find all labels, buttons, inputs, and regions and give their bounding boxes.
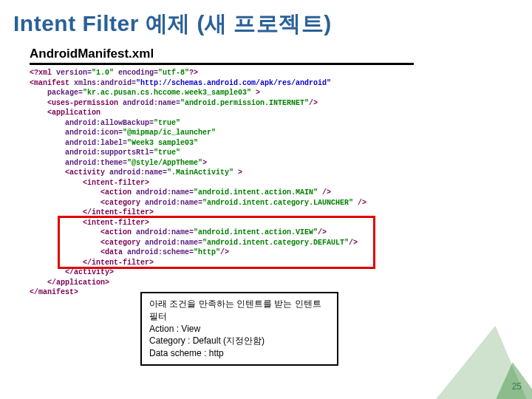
code-tok: <intent-filter> [30, 179, 149, 187]
annotation-line: Action : View [149, 323, 330, 335]
code-tok: <action [30, 188, 136, 197]
slide-title: Intent Filter 예제 (새 프로젝트) [0, 0, 532, 42]
slide: Intent Filter 예제 (새 프로젝트) AndroidManifes… [0, 0, 532, 399]
code-tok: android:icon= [30, 129, 123, 137]
code-tok: android:allowBackup= [30, 119, 154, 127]
code-tok: <application [30, 109, 100, 117]
annotation-line: Data scheme : http [149, 347, 330, 360]
code-tok: </application> [30, 279, 109, 287]
code-tok: <manifest [30, 79, 74, 87]
code-tok: "android.intent.action.MAIN" [194, 188, 318, 197]
code-tok: "android.intent.category.LAUNCHER" [202, 199, 353, 207]
code-tok: "@mipmap/ic_launcher" [123, 129, 216, 137]
code-tok: "@style/AppTheme" [127, 159, 202, 167]
code-tok: android:name= [136, 188, 194, 197]
code-tok: version= [52, 69, 92, 77]
code-tok: <?xml [30, 69, 52, 77]
code-tok: <uses-permission [30, 99, 123, 107]
code-tok: android:name= [145, 199, 202, 207]
code-tok: ?> [189, 69, 198, 77]
code-tok: "android.permission.INTERNET" [180, 99, 309, 107]
code-tok: <activity [30, 168, 109, 177]
code-tok: > [251, 89, 260, 97]
annotation-line: 아래 조건을 만족하는 인텐트를 받는 인텐트 필터 [149, 298, 330, 323]
highlight-box [58, 216, 375, 269]
code-tok: package= [30, 89, 83, 97]
code-tok: "kr.ac.pusan.cs.hccome.week3_sample03" [83, 89, 251, 97]
code-tok: </manifest> [30, 288, 78, 296]
code-tok: <category [30, 199, 145, 207]
code-tok: encoding= [114, 69, 158, 77]
annotation-box: 아래 조건을 만족하는 인텐트를 받는 인텐트 필터 Action : View… [140, 292, 338, 366]
code-tok: android:name= [123, 99, 180, 107]
code-tok: /> [353, 199, 366, 207]
slide-subtitle: AndroidManifest.xml [30, 47, 414, 65]
annotation-line: Category : Default (지정안함) [149, 335, 330, 347]
code-tok: xmlns:android= [74, 79, 136, 87]
code-tok: > [202, 159, 207, 167]
code-tok: "1.0" [92, 69, 114, 77]
code-tok: /> [309, 99, 318, 107]
code-tok: /> [318, 188, 331, 197]
code-tok: ".MainActivity" [167, 168, 233, 177]
code-tok: "true" [154, 149, 180, 157]
code-tok: "utf-8" [158, 69, 189, 77]
corner-decoration [414, 296, 532, 399]
code-tok: "true" [154, 119, 180, 127]
code-tok: android:supportsRtl= [30, 149, 154, 157]
code-tok: "Week3 sample03" [127, 139, 198, 147]
code-tok: android:name= [109, 168, 167, 177]
code-tok: > [233, 168, 242, 177]
code-tok: android:label= [30, 139, 127, 147]
code-tok: </activity> [30, 268, 114, 276]
code-tok: "http://schemas.android.com/apk/res/andr… [136, 79, 331, 87]
code-tok: android:theme= [30, 159, 127, 167]
